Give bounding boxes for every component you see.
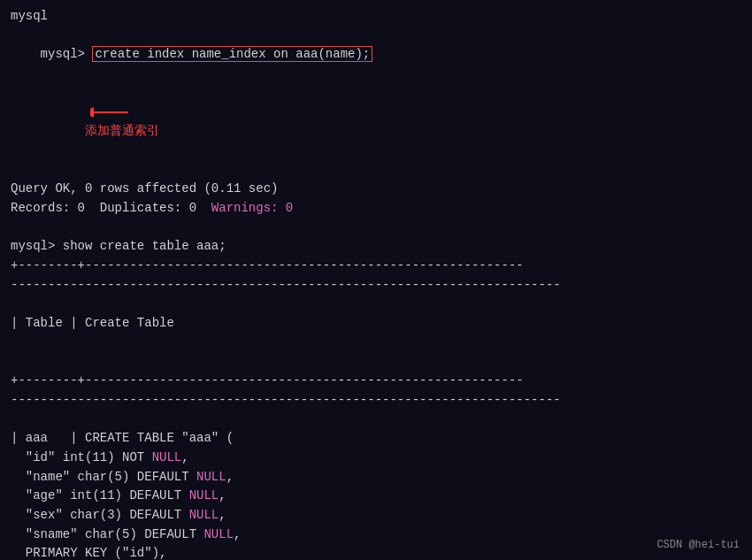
line-age-field: "age" int(11) DEFAULT NULL, (11, 487, 741, 506)
line-id-field: "id" int(11) NOT NULL, (11, 449, 741, 468)
null-sex: NULL (189, 508, 219, 522)
prompt: mysql> (41, 47, 93, 61)
line-sex-field: "sex" char(3) DEFAULT NULL, (11, 506, 741, 525)
line-primary-key: PRIMARY KEY ("id"), (11, 544, 741, 560)
line-table-header: | Table | Create Table (11, 314, 741, 334)
line-aaa-create: | aaa | CREATE TABLE "aaa" ( (11, 429, 741, 449)
blank3 (11, 334, 741, 353)
sep2b: ----------------------------------------… (11, 391, 741, 410)
line-mysql: mysql (11, 7, 741, 27)
null-sname: NULL (203, 527, 234, 541)
line-sname-field: "sname" char(5) DEFAULT NULL, (11, 525, 741, 545)
blank2 (11, 295, 741, 314)
null-age: NULL (189, 488, 219, 502)
warnings-text: Warnings: 0 (211, 201, 293, 215)
blank5 (11, 410, 741, 429)
line-name-field: "name" char(5) DEFAULT NULL, (11, 468, 741, 487)
sep1a: +--------+------------------------------… (11, 257, 741, 276)
terminal-window: mysql mysql> create index name_index on … (0, 0, 752, 560)
null-name: NULL (196, 470, 226, 484)
blank1 (11, 219, 741, 238)
annotation-text: 添加普通索引 (85, 124, 159, 138)
sep1b: ----------------------------------------… (11, 276, 741, 295)
cmd-box: create index name_index on aaa(name); (92, 46, 372, 62)
line-records: Records: 0 Duplicates: 0 Warnings: 0 (11, 199, 741, 219)
line-show-create: mysql> show create table aaa; (11, 237, 741, 257)
blank4 (11, 352, 741, 372)
sep2a: +--------+------------------------------… (11, 372, 741, 391)
line-query-ok: Query OK, 0 rows affected (0.11 sec) (11, 180, 741, 199)
annotation-container: 添加普通索引 (41, 65, 159, 160)
arrow-icon (90, 104, 129, 120)
watermark: CSDN @hei-tui (656, 539, 740, 551)
line-create-index: mysql> create index name_index on aaa(na… (11, 27, 741, 180)
null-id: NULL (152, 450, 182, 464)
